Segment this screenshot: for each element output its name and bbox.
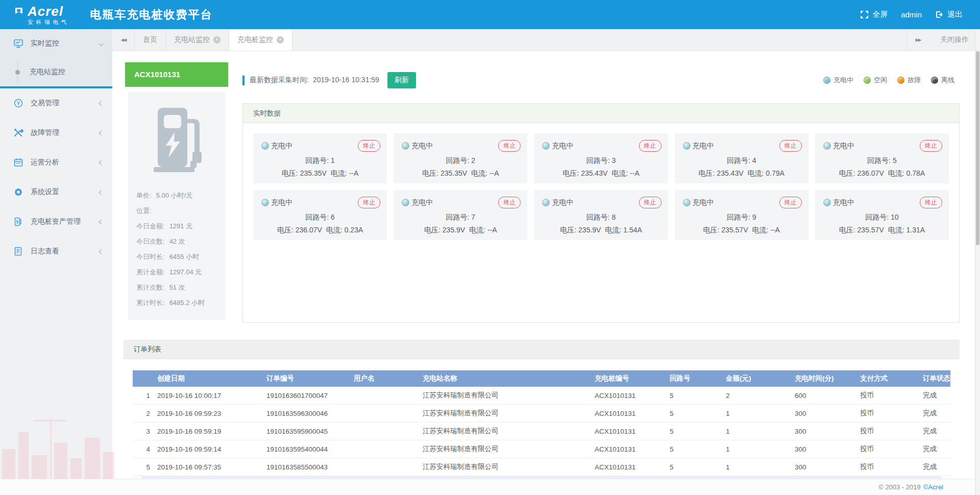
sidebar-item-transactions[interactable]: ¥ 交易管理 (0, 88, 112, 118)
circuit-measurements: 电压:235.35V 电流:--A (253, 169, 387, 178)
sidebar-item-label: 实时监控 (31, 39, 59, 48)
col-station-name: 充电站名称 (421, 374, 593, 383)
stop-button[interactable]: 终止 (920, 197, 942, 208)
status-legend: 充电中 空闲 故障 离线 (823, 76, 954, 85)
cell-circuit-no: 5 (668, 463, 724, 471)
tab-home[interactable]: 首页 (135, 29, 166, 51)
realtime-data-panel: 实时数据 充电中 终止 回路号: 1 电压:235.35V 电流:--A 充电中… (242, 103, 960, 323)
table-row[interactable]: 2 2019-10-16 09:59:23 1910163596300046 江… (133, 405, 950, 422)
cell-amount: 1 (724, 463, 793, 471)
current-value: --A (487, 226, 497, 234)
circuit-measurements: 电压:236.07V 电流:0.23A (253, 226, 387, 235)
charging-status-icon (683, 199, 691, 206)
collect-time-value: 2019-10-16 10:31:59 (313, 76, 379, 84)
refresh-button[interactable]: 刷新 (387, 72, 416, 88)
sidebar-item-faults[interactable]: 故障管理 (0, 118, 112, 148)
sidebar-item-label: 充电桩资产管理 (31, 217, 81, 226)
cell-created-date: 2019-10-16 09:59:23 (155, 410, 264, 417)
yen-circle-icon: ¥ (13, 98, 23, 108)
col-charge-minutes: 充电时间(分) (793, 374, 858, 383)
charging-status-icon (542, 199, 550, 206)
cell-pile-no: ACX1010131 (593, 428, 668, 435)
stat-today-count: 今日次数:42 次 (136, 234, 217, 249)
table-row[interactable]: 1 2019-10-16 10:00:17 1910163601700047 江… (133, 387, 950, 405)
page-title: 电瓶车充电桩收费平台 (90, 7, 213, 22)
orders-table-body: 1 2019-10-16 10:00:17 1910163601700047 江… (133, 387, 950, 476)
chevron-down-icon (99, 41, 104, 46)
circuit-card: 充电中 终止 回路号: 8 电压:235.9V 电流:1.54A (534, 190, 668, 240)
charging-status-icon (402, 142, 409, 150)
circuit-card: 充电中 终止 回路号: 1 电压:235.35V 电流:--A (253, 133, 387, 183)
circuit-cards-grid: 充电中 终止 回路号: 1 电压:235.35V 电流:--A 充电中 终止 回… (243, 123, 959, 250)
current-value: 0.23A (345, 226, 363, 234)
cell-pay-method: 投币 (858, 444, 921, 454)
sidebar-item-label: 故障管理 (31, 128, 59, 137)
tab-label: 首页 (143, 35, 157, 44)
close-tab-icon[interactable] (213, 36, 220, 43)
table-row[interactable]: 5 2019-10-16 09:57:35 1910163585500043 江… (133, 458, 950, 476)
calendar-icon (13, 157, 23, 168)
collect-time: 最新数据采集时间:2019-10-16 10:31:59 (250, 76, 379, 85)
sidebar-item-pile-assets[interactable]: 充电桩资产管理 (0, 207, 112, 237)
current-value: 1.31A (906, 226, 925, 234)
current-value: 0.78A (906, 169, 925, 177)
stop-button[interactable]: 终止 (358, 140, 380, 152)
stop-button[interactable]: 终止 (779, 197, 802, 208)
fullscreen-button[interactable]: 全屏 (856, 10, 892, 19)
stop-button[interactable]: 终止 (498, 197, 521, 208)
stop-button[interactable]: 终止 (639, 197, 662, 208)
cell-created-date: 2019-10-16 09:59:14 (155, 445, 264, 453)
current-value: 0.79A (766, 169, 785, 177)
voltage-value: 235.43V (717, 169, 743, 177)
tab-station-monitor[interactable]: 充电站监控 (166, 29, 229, 51)
circuit-number: 2 (471, 156, 475, 164)
stat-unit-price: 单价:5.00 小时/元 (136, 188, 217, 203)
stat-total-duration: 累计时长:6485.2 小时 (136, 295, 217, 311)
cell-amount: 2 (724, 392, 793, 399)
sidebar-item-station-monitor[interactable]: 充电站监控 (0, 58, 112, 86)
stop-button[interactable]: 终止 (920, 140, 942, 152)
logout-button[interactable]: 退出 (931, 10, 967, 19)
idle-status-icon (864, 77, 871, 84)
footer-brand-link[interactable]: ©Acrel (923, 483, 943, 491)
vertical-scrollbar[interactable] (975, 29, 980, 495)
sidebar-item-logs[interactable]: 日志查看 (0, 237, 112, 266)
circuit-number-line: 回路号: 5 (815, 156, 949, 166)
circuit-measurements: 电压:235.9V 电流:--A (394, 226, 527, 235)
copyright-text: © 2003 - 2019 (878, 483, 921, 491)
table-row[interactable]: 3 2019-10-16 09:59:19 1910163595900045 江… (133, 422, 950, 440)
col-amount: 金额(元) (724, 374, 793, 383)
fullscreen-label: 全屏 (872, 10, 888, 19)
cell-order-no: 1910163585500043 (264, 463, 352, 471)
circuit-measurements: 电压:235.57V 电流:--A (675, 226, 808, 235)
circuit-number-line: 回路号: 4 (675, 156, 808, 166)
scrollbar-thumb[interactable] (976, 51, 979, 245)
sidebar-item-realtime-monitor[interactable]: 实时监控 (0, 29, 112, 58)
tab-pile-monitor[interactable]: 充电桩监控 (229, 29, 292, 51)
cell-order-status: 完成 (921, 462, 950, 472)
sidebar-item-label: 系统设置 (31, 187, 59, 197)
chevron-left-icon (99, 190, 104, 195)
cell-order-no: 1910163596300046 (264, 410, 352, 417)
sidebar-item-settings[interactable]: 系统设置 (0, 177, 112, 207)
user-menu[interactable]: admin (897, 10, 926, 19)
stop-button[interactable]: 终止 (498, 140, 521, 152)
row-index: 5 (133, 463, 155, 471)
close-operations-menu[interactable]: 关闭操作 (929, 29, 980, 51)
monitor-icon (13, 38, 23, 49)
circuit-measurements: 电压:235.43V 电流:--A (534, 169, 668, 178)
table-row[interactable]: 4 2019-10-16 09:59:14 1910163595400044 江… (133, 440, 950, 458)
close-tab-icon[interactable] (277, 36, 284, 43)
tab-label: 充电桩监控 (237, 35, 273, 44)
cell-station-name: 江苏安科瑞制造有限公司 (421, 427, 593, 436)
stop-button[interactable]: 终止 (358, 197, 380, 208)
tabs-scroll-left-button[interactable]: ◀◀ (112, 29, 135, 51)
charging-pile-icon (13, 217, 23, 227)
stop-button[interactable]: 终止 (779, 140, 802, 152)
stop-button[interactable]: 终止 (639, 140, 662, 152)
sidebar-item-analytics[interactable]: 运营分析 (0, 148, 112, 177)
legend-idle: 空闲 (864, 76, 887, 85)
charging-status-icon (823, 142, 831, 150)
current-value: --A (630, 169, 640, 177)
tabs-scroll-right-button[interactable]: ▶▶ (906, 29, 929, 51)
